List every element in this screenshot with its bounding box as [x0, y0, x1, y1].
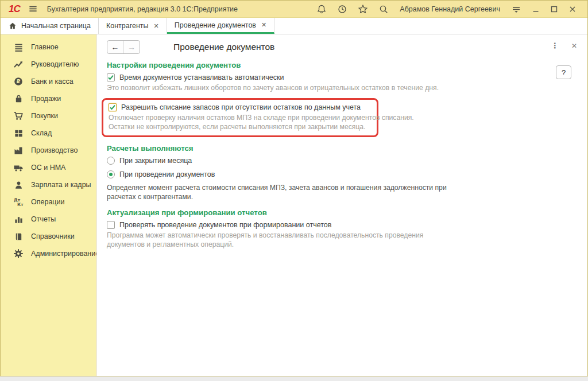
forward-button[interactable]: → [123, 41, 140, 53]
sidebar-item-glavnoe[interactable]: Главное [1, 38, 96, 56]
radio-month-close[interactable]: При закрытии месяца [107, 157, 587, 165]
sidebar-item-pokupki[interactable]: Покупки [1, 107, 96, 125]
radio-unselected-icon[interactable] [107, 157, 115, 165]
sidebar-item-label: Администрирование [31, 250, 99, 258]
checkbox-check-posting[interactable]: Проверять проведение документов при форм… [107, 221, 587, 229]
more-menu-icon[interactable]: ⋮ [551, 41, 559, 50]
bag-icon [13, 94, 24, 104]
sidebar-item-administrirovanie[interactable]: Администрирование [1, 245, 96, 262]
sidebar-item-rukovoditelyu[interactable]: Руководителю [1, 56, 96, 73]
sidebar-item-label: Банк и касса [31, 77, 74, 85]
sidebar-item-spravochniki[interactable]: Справочники [1, 228, 96, 245]
sidebar-item-label: Зарплата и кадры [31, 181, 91, 189]
sidebar-item-proizvodstvo[interactable]: Производство [1, 142, 96, 159]
checkbox-label[interactable]: Проверять проведение документов при форм… [119, 221, 331, 229]
sidebar-item-label: ОС и НМА [31, 164, 65, 172]
help-button[interactable]: ? [556, 65, 571, 79]
sections-sidebar: Главное Руководителю ₽ Банк и касса Прод… [1, 34, 96, 376]
document-posting-panel: ← → Проведение документов ⋮ ✕ ? Настройк… [96, 34, 587, 376]
checkbox-auto-time[interactable]: Время документов устанавливать автоматич… [107, 73, 587, 81]
truck-icon [13, 162, 24, 173]
ruble-icon: ₽ [13, 76, 24, 87]
sidebar-item-label: Склад [31, 129, 52, 137]
trend-icon [13, 59, 24, 69]
svg-text:₽: ₽ [17, 78, 21, 84]
warehouse-icon [13, 128, 24, 138]
tab-provedenie-dokumentov[interactable]: Проведение документов ✕ [167, 18, 274, 34]
hint-allow-writeoff: Отключает проверку наличия остатков МПЗ … [109, 113, 372, 131]
sidebar-item-label: Главное [31, 43, 59, 51]
sidebar-item-sklad[interactable]: Склад [1, 125, 96, 142]
title-bar: 1С Бухгалтерия предприятия, редакция 3.0… [1, 1, 587, 18]
tab-close-icon[interactable]: ✕ [261, 21, 266, 29]
section-heading-calculations: Расчеты выполняются [107, 144, 587, 153]
close-icon[interactable] [567, 4, 578, 14]
panel-header: ← → Проведение документов ⋮ ✕ [107, 34, 587, 54]
radio-label[interactable]: При закрытии месяца [119, 157, 192, 165]
sidebar-item-operacii[interactable]: ДтКт Операции [1, 193, 96, 211]
sections-icon [13, 42, 24, 52]
notifications-icon[interactable] [316, 4, 327, 14]
cart-icon [13, 111, 24, 121]
sidebar-item-label: Продажи [31, 95, 61, 103]
search-icon[interactable] [378, 4, 389, 14]
checkbox-label[interactable]: Время документов устанавливать автоматич… [119, 73, 284, 81]
tab-close-icon[interactable]: ✕ [154, 22, 159, 30]
section-heading-actualization: Актуализация при формировании отчетов [107, 208, 587, 217]
sidebar-item-label: Справочники [31, 232, 75, 240]
desktop-background [0, 376, 588, 381]
person-icon [13, 180, 24, 190]
hint-actualization: Программа может автоматически проверять … [107, 231, 587, 249]
sidebar-item-zarplata-i-kadry[interactable]: Зарплата и кадры [1, 176, 96, 193]
checkbox-allow-writeoff[interactable]: Разрешить списание запасов при отсутстви… [109, 103, 372, 111]
radio-on-posting[interactable]: При проведении документов [107, 170, 587, 178]
sidebar-item-label: Операции [31, 198, 64, 206]
sidebar-item-label: Руководителю [31, 60, 79, 68]
dtkt-icon: ДтКт [13, 197, 24, 207]
current-user[interactable]: Абрамов Геннадий Сергеевич [400, 5, 500, 13]
sidebar-item-bank-i-kassa[interactable]: ₽ Банк и касса [1, 73, 96, 90]
sidebar-item-label: Производство [31, 146, 78, 154]
history-icon[interactable] [337, 4, 347, 14]
app-window: 1С Бухгалтерия предприятия, редакция 3.0… [0, 0, 588, 376]
hint-auto-time: Это позволит избежать лишних оборотов по… [107, 83, 587, 92]
history-nav: ← → [107, 40, 140, 54]
checkbox-label[interactable]: Разрешить списание запасов при отсутстви… [121, 103, 361, 111]
svg-text:Кт: Кт [17, 202, 24, 207]
gear-icon [13, 248, 24, 259]
favorites-icon[interactable] [358, 4, 368, 14]
sidebar-item-prodazhi[interactable]: Продажи [1, 90, 96, 107]
main-menu-icon[interactable] [28, 4, 38, 14]
panel-close-icon[interactable]: ✕ [571, 42, 577, 50]
back-button[interactable]: ← [107, 41, 123, 53]
checkbox-checked-icon[interactable] [107, 73, 115, 81]
sidebar-item-label: Покупки [31, 112, 58, 120]
tab-home[interactable]: Начальная страница [1, 18, 99, 34]
radio-selected-icon[interactable] [107, 170, 115, 178]
highlight-annotation: Разрешить списание запасов при отсутстви… [102, 98, 378, 137]
hint-calculations: Определяет момент расчета стоимости спис… [107, 183, 587, 201]
minimize-icon[interactable] [531, 4, 541, 14]
tab-label: Контрагенты [106, 22, 149, 30]
service-settings-icon[interactable] [511, 4, 521, 14]
book-icon [13, 231, 24, 242]
tab-label: Начальная страница [21, 22, 91, 30]
sidebar-item-otchety[interactable]: Отчеты [1, 211, 96, 228]
section-heading-settings: Настройки проведения документов [107, 61, 587, 69]
home-icon [8, 21, 17, 30]
sidebar-item-label: Отчеты [31, 215, 56, 223]
checkbox-checked-icon[interactable] [109, 103, 117, 111]
maximize-icon[interactable] [549, 4, 559, 14]
app-logo-1c[interactable]: 1С [9, 3, 20, 15]
sidebar-item-os-i-nma[interactable]: ОС и НМА [1, 159, 96, 176]
tab-bar: Начальная страница Контрагенты ✕ Проведе… [1, 18, 587, 34]
checkbox-unchecked-icon[interactable] [107, 221, 115, 229]
radio-label[interactable]: При проведении документов [119, 170, 215, 178]
window-title: Бухгалтерия предприятия, редакция 3.0 1С… [47, 5, 238, 13]
tab-kontragenty[interactable]: Контрагенты ✕ [99, 18, 167, 34]
tab-label: Проведение документов [175, 21, 256, 29]
page-title: Проведение документов [173, 42, 274, 52]
factory-icon [13, 145, 24, 155]
chart-icon [13, 214, 24, 224]
